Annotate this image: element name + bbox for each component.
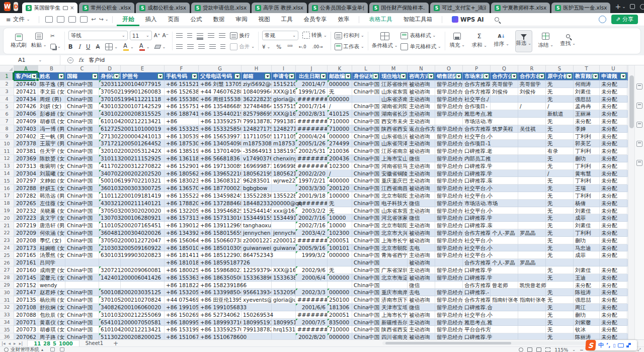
- cell[interactable]: 主动咨询: [408, 207, 435, 215]
- row-header-17[interactable]: 17: [0, 192, 14, 200]
- cell[interactable]: 207297: [14, 177, 38, 185]
- cell[interactable]: +86 1565399710: [199, 133, 242, 140]
- cell[interactable]: 无: [546, 267, 574, 274]
- row-header-8[interactable]: 8: [0, 125, 14, 133]
- cell[interactable]: 被动咨询: [408, 333, 435, 339]
- cell[interactable]: 平台合作方: [463, 326, 491, 333]
- cell[interactable]: 重庆重庆巴: [380, 177, 408, 185]
- cell[interactable]: China中国: [352, 80, 380, 88]
- cell[interactable]: 被动咨询: [408, 237, 435, 244]
- cell[interactable]: 320311200104077915: [99, 80, 121, 88]
- cell[interactable]: +86 18056219: [165, 170, 199, 178]
- column-filter-icon[interactable]: [192, 73, 197, 79]
- cell[interactable]: ########: [296, 96, 328, 103]
- cell[interactable]: [518, 118, 546, 125]
- cell[interactable]: 未分配: [600, 207, 627, 215]
- cell[interactable]: [600, 259, 627, 267]
- header-cell[interactable]: 教育顾问: [574, 72, 600, 80]
- cell[interactable]: 411702200312270822: [99, 162, 121, 170]
- ime-mic-icon[interactable]: ▯: [613, 343, 615, 348]
- formula-input[interactable]: 客户id: [89, 56, 105, 64]
- cell[interactable]: 陈祖涛: [574, 289, 600, 296]
- cell[interactable]: 合作方推荐: [463, 80, 491, 88]
- cell[interactable]: 留学总经办: [435, 125, 463, 133]
- ime-punctuation-icon[interactable]: ’,: [606, 342, 610, 348]
- header-cell[interactable]: 出生日期: [296, 72, 328, 80]
- cell[interactable]: 留学总经办: [435, 274, 463, 282]
- cell[interactable]: 刘紫馨: [574, 319, 600, 326]
- cell[interactable]: [99, 282, 121, 289]
- cell[interactable]: +86 1340540988: [199, 140, 242, 147]
- cell[interactable]: 留学总经办: [435, 192, 463, 200]
- preview-icon[interactable]: [80, 16, 88, 23]
- cell[interactable]: jennychen: [272, 229, 296, 237]
- cell[interactable]: +86 15106786: [165, 333, 199, 339]
- cell[interactable]: 留学总经办: [435, 155, 463, 162]
- cell[interactable]: 2001/7/14: [296, 103, 328, 110]
- cell[interactable]: 2002/8/31: [296, 110, 328, 118]
- cell[interactable]: [272, 185, 296, 192]
- cell[interactable]: 000000: [328, 133, 352, 140]
- search-icon[interactable]: [495, 17, 499, 22]
- cell[interactable]: [518, 326, 546, 333]
- cell[interactable]: +86 17882007: [165, 200, 199, 207]
- cell[interactable]: 吴晓蔓 (女: [38, 207, 65, 215]
- cell[interactable]: 未分配: [600, 103, 627, 110]
- cell[interactable]: 无: [328, 200, 352, 207]
- cell[interactable]: +86 1863505000: [199, 274, 242, 282]
- decrease-font-button[interactable]: A⁻: [162, 31, 169, 40]
- cell[interactable]: [491, 103, 518, 110]
- cell[interactable]: 799138782: [242, 118, 272, 125]
- undo-icon[interactable]: ↩: [91, 16, 96, 23]
- cell[interactable]: 610104200212213421: [99, 118, 121, 125]
- cell[interactable]: [574, 259, 600, 267]
- cell[interactable]: 刘晨曦 (女: [38, 170, 65, 178]
- increase-font-button[interactable]: A⁺: [154, 31, 160, 40]
- cell[interactable]: China中国: [352, 267, 380, 274]
- cell[interactable]: 110105200207165451: [99, 222, 121, 229]
- cell[interactable]: China中国: [65, 267, 99, 274]
- cell[interactable]: 合作方推荐: [463, 296, 491, 304]
- cell[interactable]: 刘妍 (女): [38, 103, 65, 110]
- cell[interactable]: 口碑推荐.学: [463, 267, 491, 274]
- cell[interactable]: 被动咨询: [408, 229, 435, 237]
- cell[interactable]: +86 1580156591: [199, 229, 242, 237]
- cell[interactable]: [546, 282, 574, 289]
- cell[interactable]: [272, 304, 296, 311]
- cell[interactable]: 无: [546, 118, 574, 125]
- column-header-F[interactable]: F: [165, 65, 199, 72]
- column-header-M[interactable]: M: [380, 65, 408, 72]
- cell[interactable]: [518, 274, 546, 282]
- cell[interactable]: 陈丽涛: [574, 333, 600, 339]
- cell[interactable]: [435, 118, 463, 125]
- cell[interactable]: 612725200110100019: [99, 125, 121, 133]
- font-color-button[interactable]: A⌄: [139, 42, 150, 51]
- cell[interactable]: [491, 155, 518, 162]
- cell[interactable]: China中国: [352, 88, 380, 96]
- cell[interactable]: 500106199702210321: [99, 177, 121, 185]
- cell[interactable]: 32010220020531242X: [99, 147, 121, 155]
- cell[interactable]: [491, 304, 518, 311]
- cell[interactable]: 留学总经办: [435, 267, 463, 274]
- align-top-icon[interactable]: [176, 33, 183, 38]
- cell[interactable]: +86 1850103098: [199, 244, 242, 252]
- cell[interactable]: 122593794: [242, 267, 272, 274]
- cell[interactable]: 864752343: [242, 251, 272, 259]
- underline-button[interactable]: U: [86, 43, 90, 50]
- column-filter-icon[interactable]: [567, 73, 572, 79]
- cell[interactable]: +86 1335925706: [199, 326, 242, 333]
- cell[interactable]: 梁馨元 (女: [38, 274, 65, 282]
- cell[interactable]: 181306: [328, 304, 352, 311]
- cell[interactable]: +86 1372884680: [199, 200, 242, 207]
- cell[interactable]: 留学总经办: [435, 177, 463, 185]
- cell[interactable]: 黄嘉仪 (女: [38, 319, 65, 326]
- cell[interactable]: 无: [546, 192, 574, 200]
- decrease-decimal-button[interactable]: .00→: [312, 42, 323, 51]
- increase-indent-icon[interactable]: [219, 33, 225, 38]
- tab-list-chevron-icon[interactable]: ⌄: [622, 4, 626, 9]
- cell[interactable]: 未分配: [600, 229, 627, 237]
- cell[interactable]: 未分配: [600, 147, 627, 155]
- eye-icon[interactable]: [519, 347, 523, 352]
- cell[interactable]: [518, 170, 546, 178]
- bold-button[interactable]: B: [68, 43, 73, 50]
